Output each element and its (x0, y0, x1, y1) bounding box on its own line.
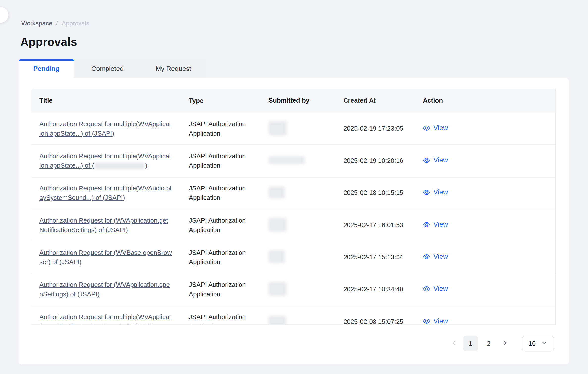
page-size-value: 10 (528, 340, 536, 348)
approval-type: JSAPI AuthorizationApplication (181, 151, 261, 170)
created-at-value: 2025-02-17 15:13:34 (335, 253, 415, 261)
redacted-submitter (269, 121, 287, 135)
view-button-label: View (433, 156, 448, 164)
approval-title-link[interactable]: Authorization Request for (WVApplication… (39, 280, 170, 299)
column-header-type: Type (181, 96, 261, 105)
chevron-left-icon (451, 340, 457, 347)
view-button[interactable]: View (423, 253, 448, 260)
approval-type: JSAPI AuthorizationApplication (181, 184, 261, 202)
breadcrumb: Workspace / Approvals (21, 20, 89, 27)
page-number-list: 1 2 (461, 336, 498, 351)
table-body: Authorization Request for multiple(WVApp… (31, 113, 555, 325)
view-button-label: View (433, 124, 448, 132)
created-at-value: 2025-02-19 17:23:05 (335, 125, 415, 132)
view-button-label: View (433, 188, 448, 196)
view-button[interactable]: View (423, 188, 448, 196)
redacted-submitter (269, 282, 287, 296)
approval-type: JSAPI AuthorizationApplication (181, 280, 261, 299)
breadcrumb-approvals: Approvals (62, 20, 89, 27)
breadcrumb-workspace[interactable]: Workspace (21, 20, 52, 27)
view-button[interactable]: View (423, 124, 448, 132)
page-size-select[interactable]: 10 (522, 336, 554, 351)
approval-type: JSAPI AuthorizationApplication (181, 119, 261, 138)
column-header-title: Title (31, 97, 181, 104)
created-at-value: 2025-02-08 15:07:25 (335, 318, 415, 325)
table-row: Authorization Request for multiple(WVAud… (31, 177, 555, 209)
approval-type: JSAPI AuthorizationApplication (181, 216, 261, 234)
tab-completed-label: Completed (91, 65, 124, 73)
approval-title-link[interactable]: Authorization Request for multiple(WVApp… (39, 151, 171, 170)
column-header-submitted-by: Submitted by (261, 97, 335, 104)
chevron-down-icon (541, 340, 548, 348)
approval-title-link[interactable]: Authorization Request for (WVBase.openBr… (39, 248, 172, 267)
tab-pending[interactable]: Pending (19, 59, 74, 78)
redacted-submitter (269, 187, 285, 198)
redacted-submitter (269, 218, 287, 232)
table-row: Authorization Request for (WVApplication… (31, 273, 555, 305)
approval-title-link[interactable]: Authorization Request for multiple(WVApp… (39, 312, 171, 325)
page-title: Approvals (20, 35, 77, 48)
breadcrumb-separator: / (56, 20, 58, 27)
view-button-label: View (433, 221, 448, 228)
tab-pending-label: Pending (33, 65, 60, 73)
previous-page-button[interactable] (447, 336, 461, 351)
view-button[interactable]: View (423, 285, 448, 293)
view-button-label: View (433, 317, 448, 325)
redacted-text (95, 163, 144, 169)
redacted-submitter (269, 250, 285, 263)
approval-type: JSAPI AuthorizationApplication (181, 312, 261, 325)
tabs: Pending Completed My Request (19, 59, 206, 78)
created-at-value: 2025-02-19 10:20:16 (335, 157, 415, 164)
redacted-submitter (269, 156, 305, 164)
table-row: Authorization Request for multiple(WVApp… (31, 305, 555, 325)
view-button[interactable]: View (423, 156, 448, 164)
column-header-created-at: Created At (335, 97, 415, 104)
floating-widget[interactable] (0, 7, 8, 23)
approval-title-link[interactable]: Authorization Request for multiple(WVApp… (39, 119, 171, 138)
approval-title-link[interactable]: Authorization Request for (WVApplication… (39, 216, 168, 234)
column-header-action: Action (415, 97, 555, 104)
eye-icon (423, 317, 430, 325)
table-row: Authorization Request for multiple(WVApp… (31, 145, 555, 177)
table-row: Authorization Request for multiple(WVApp… (31, 113, 555, 145)
tab-completed[interactable]: Completed (74, 59, 141, 78)
eye-icon (423, 124, 430, 132)
page-button-2[interactable]: 2 (481, 336, 496, 351)
created-at-value: 2025-02-17 16:01:53 (335, 221, 415, 229)
approval-type: JSAPI AuthorizationApplication (181, 248, 261, 267)
tab-my-request-label: My Request (156, 65, 191, 73)
content-card: Title Type Submitted by Created At Actio… (19, 78, 569, 364)
created-at-value: 2025-02-17 10:34:40 (335, 285, 415, 293)
approvals-table: Title Type Submitted by Created At Actio… (31, 89, 556, 325)
created-at-value: 2025-02-18 10:15:15 (335, 189, 415, 197)
page-button-1[interactable]: 1 (463, 336, 478, 351)
eye-icon (423, 189, 430, 196)
view-button[interactable]: View (423, 221, 448, 228)
tab-my-request[interactable]: My Request (141, 59, 206, 78)
table-header-row: Title Type Submitted by Created At Actio… (31, 89, 555, 113)
eye-icon (423, 253, 430, 260)
approval-title-link[interactable]: Authorization Request for multiple(WVAud… (39, 184, 171, 202)
pagination: 1 2 10 (447, 336, 554, 351)
eye-icon (423, 221, 430, 228)
view-button[interactable]: View (423, 317, 448, 325)
eye-icon (423, 157, 430, 164)
chevron-right-icon (502, 340, 508, 347)
table-row: Authorization Request for (WVApplication… (31, 209, 555, 241)
next-page-button[interactable] (498, 336, 512, 351)
view-button-label: View (433, 253, 448, 260)
eye-icon (423, 285, 430, 293)
redacted-submitter (269, 316, 286, 325)
table-row: Authorization Request for (WVBase.openBr… (31, 241, 555, 273)
view-button-label: View (433, 285, 448, 293)
